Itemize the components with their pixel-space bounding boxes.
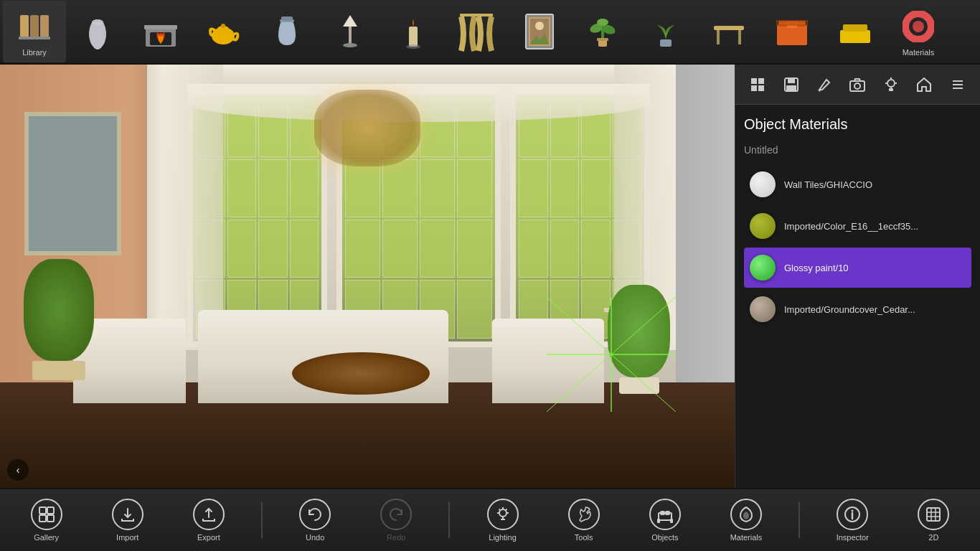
main-area: ‹ xyxy=(0,65,980,488)
material-item-glossy-paint[interactable]: Glossy paint/10 xyxy=(744,248,971,288)
2d-label: 2D xyxy=(928,533,938,542)
svg-rect-78 xyxy=(670,519,673,523)
rt-home-btn[interactable] xyxy=(910,70,938,99)
toolbar-item-jar[interactable] xyxy=(255,1,319,62)
toolbar-item-box[interactable] xyxy=(760,1,824,62)
separator-1 xyxy=(261,502,263,538)
toolbar-library[interactable]: Library xyxy=(3,1,66,62)
nav-lines xyxy=(547,297,676,412)
toolbar-item-curtains[interactable] xyxy=(445,1,508,62)
separator-2 xyxy=(448,502,450,538)
toolbar-item-shape[interactable] xyxy=(824,1,887,62)
bt-import[interactable]: Import xyxy=(99,491,156,549)
redo-icon xyxy=(380,499,412,530)
svg-rect-31 xyxy=(738,30,741,44)
viewport[interactable]: ‹ xyxy=(0,65,735,488)
library-label: Library xyxy=(22,48,47,57)
svg-rect-32 xyxy=(777,25,807,45)
import-icon xyxy=(112,499,143,530)
svg-point-5 xyxy=(92,19,103,25)
box-icon xyxy=(771,12,814,52)
material-item-wall-tiles[interactable]: Wall Tiles/GHIACCIO xyxy=(744,164,971,204)
material-swatch-2 xyxy=(750,213,776,239)
top-toolbar: Library xyxy=(0,0,980,65)
svg-rect-2 xyxy=(40,15,49,38)
toolbar-materials[interactable]: Materials xyxy=(887,1,950,62)
candle-icon xyxy=(392,12,435,52)
toolbar-item-fireplace[interactable] xyxy=(129,1,192,62)
svg-rect-48 xyxy=(751,85,757,91)
lighting-icon xyxy=(487,499,519,530)
gallery-icon xyxy=(31,499,62,530)
table-icon xyxy=(707,12,750,52)
bt-undo[interactable]: Undo xyxy=(286,491,344,549)
export-icon xyxy=(193,499,225,530)
svg-rect-13 xyxy=(281,17,293,21)
toolbar-item-picture[interactable] xyxy=(508,1,571,62)
bottom-toolbar: Gallery Import Export Undo Redo Lighting xyxy=(0,488,980,551)
back-button[interactable]: ‹ xyxy=(7,459,29,481)
svg-rect-14 xyxy=(349,27,352,44)
svg-rect-66 xyxy=(39,515,46,522)
svg-point-15 xyxy=(343,43,357,47)
toolbar-item-teapot[interactable] xyxy=(192,1,255,62)
svg-point-55 xyxy=(887,80,895,87)
svg-rect-64 xyxy=(39,507,46,514)
right-toolbar xyxy=(735,65,980,105)
svg-point-81 xyxy=(852,510,854,512)
toolbar-item-plant[interactable] xyxy=(571,1,634,62)
plant-left xyxy=(14,259,103,386)
teapot-icon xyxy=(202,12,245,52)
svg-rect-1 xyxy=(30,15,39,38)
svg-point-11 xyxy=(221,24,225,28)
svg-rect-60 xyxy=(889,88,893,91)
separator-3 xyxy=(798,502,800,538)
rt-camera-btn[interactable] xyxy=(843,70,872,99)
rt-objects-btn[interactable] xyxy=(743,70,772,99)
plant-icon xyxy=(581,12,624,52)
toolbar-item-vase[interactable] xyxy=(66,1,129,62)
2d-icon xyxy=(918,499,949,530)
rt-brush-btn[interactable] xyxy=(810,70,839,99)
bt-redo[interactable]: Redo xyxy=(367,491,425,549)
svg-rect-47 xyxy=(758,78,764,84)
material-swatch-1 xyxy=(750,171,776,197)
material-name-1: Wall Tiles/GHIACCIO xyxy=(784,179,872,190)
right-content: Object Materials Untitled Wall Tiles/GHI… xyxy=(735,105,980,488)
inspector-icon xyxy=(837,499,868,530)
chandelier xyxy=(308,86,426,171)
svg-rect-51 xyxy=(788,78,795,83)
material-item-color-e16[interactable]: Imported/Color_E16__1eccf35... xyxy=(744,206,971,246)
bt-objects[interactable]: Objects xyxy=(636,491,694,549)
svg-rect-77 xyxy=(657,519,660,523)
svg-rect-52 xyxy=(786,85,796,91)
bt-materials[interactable]: Materials xyxy=(717,491,775,549)
bt-tools[interactable]: Tools xyxy=(555,491,613,549)
material-name-3: Glossy paint/10 xyxy=(784,263,849,273)
library-icon xyxy=(13,7,56,47)
toolbar-item-table[interactable] xyxy=(697,1,760,62)
tools-label: Tools xyxy=(575,533,593,542)
rt-save-btn[interactable] xyxy=(777,70,806,99)
objects-icon xyxy=(649,499,681,530)
toolbar-item-lamp[interactable] xyxy=(319,1,382,62)
svg-rect-37 xyxy=(840,30,870,43)
svg-point-41 xyxy=(913,21,924,32)
curtains-icon xyxy=(455,12,498,52)
rt-list-btn[interactable] xyxy=(943,70,972,99)
bt-lighting[interactable]: Lighting xyxy=(474,491,532,549)
rt-light-btn[interactable] xyxy=(877,70,905,99)
svg-rect-65 xyxy=(47,507,54,514)
toolbar-item-small-plant[interactable] xyxy=(634,1,697,62)
bt-gallery[interactable]: Gallery xyxy=(18,491,75,549)
svg-rect-8 xyxy=(144,25,177,29)
material-name-2: Imported/Color_E16__1eccf35... xyxy=(784,221,918,232)
bt-export[interactable]: Export xyxy=(180,491,237,549)
material-item-groundcover[interactable]: Imported/Groundcover_Cedar... xyxy=(744,289,971,329)
toolbar-item-candle[interactable] xyxy=(382,1,445,62)
bt-inspector[interactable]: Inspector xyxy=(824,491,881,549)
svg-rect-18 xyxy=(460,14,493,17)
bt-2d[interactable]: 2D xyxy=(905,491,962,549)
bt-materials-icon xyxy=(730,499,762,530)
material-swatch-3 xyxy=(750,255,776,281)
